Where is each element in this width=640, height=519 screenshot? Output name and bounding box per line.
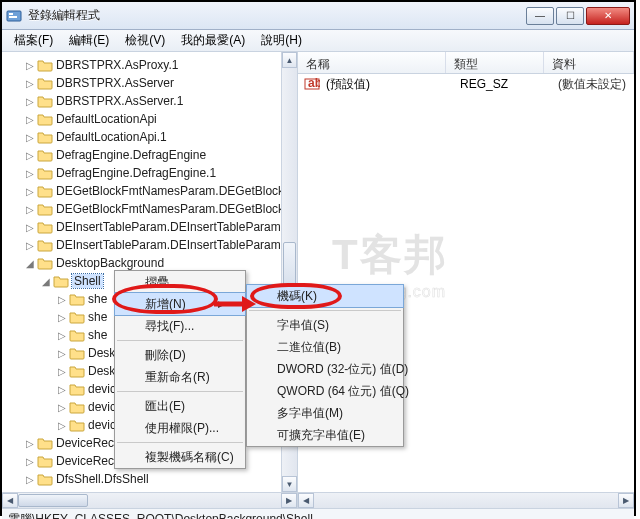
expand-icon[interactable]: ▷ <box>56 348 68 359</box>
folder-icon <box>37 148 53 162</box>
expand-icon[interactable]: ▷ <box>24 186 36 197</box>
menu-item[interactable]: 重新命名(R) <box>115 366 245 388</box>
menu-item[interactable]: 二進位值(B) <box>247 336 403 358</box>
menu-item[interactable]: 刪除(D) <box>115 344 245 366</box>
menu-item[interactable]: 可擴充字串值(E) <box>247 424 403 446</box>
menu-item[interactable]: 尋找(F)... <box>115 315 245 337</box>
expand-icon[interactable]: ▷ <box>24 492 36 493</box>
expand-icon[interactable]: ▷ <box>24 132 36 143</box>
hscroll-thumb[interactable] <box>18 494 88 507</box>
context-submenu: 機碼(K)字串值(S)二進位值(B)DWORD (32-位元) 值(D)QWOR… <box>246 284 404 447</box>
expand-icon[interactable]: ▷ <box>24 168 36 179</box>
expand-icon[interactable]: ▷ <box>56 312 68 323</box>
list-hscroll[interactable]: ◀ ▶ <box>298 492 634 508</box>
close-button[interactable]: ✕ <box>586 7 630 25</box>
tree-item[interactable]: ▷DefragEngine.DefragEngine.1 <box>6 164 297 182</box>
menu-item[interactable]: 匯出(E) <box>115 395 245 417</box>
menu-item[interactable]: 新增(N)▶ <box>115 293 245 315</box>
folder-icon <box>37 220 53 234</box>
menu-item[interactable]: QWORD (64 位元) 值(Q) <box>247 380 403 402</box>
status-path: 電腦\HKEY_CLASSES_ROOT\DesktopBackground\S… <box>8 511 313 519</box>
folder-icon <box>37 184 53 198</box>
scroll-track[interactable] <box>18 493 281 508</box>
menu-item[interactable]: 使用權限(P)... <box>115 417 245 439</box>
expand-icon[interactable]: ▷ <box>24 474 36 485</box>
folder-icon <box>69 292 85 306</box>
minimize-button[interactable]: — <box>526 7 554 25</box>
menu-item[interactable]: 摺疊 <box>115 271 245 293</box>
list-header: 名稱 類型 資料 <box>298 52 634 74</box>
tree-item[interactable]: ▷DEInsertTableParam.DEInsertTableParam.1 <box>6 236 297 254</box>
tree-item[interactable]: ▷DefaultLocationApi.1 <box>6 128 297 146</box>
expand-icon[interactable]: ▷ <box>56 402 68 413</box>
tree-label: she <box>88 310 107 324</box>
scroll-up-button[interactable]: ▲ <box>282 52 297 68</box>
expand-icon[interactable]: ▷ <box>24 204 36 215</box>
scroll-right-button[interactable]: ▶ <box>281 493 297 508</box>
expand-icon[interactable]: ▷ <box>24 60 36 71</box>
tree-label: DfsShell.DfsShell <box>56 472 149 486</box>
menu-view[interactable]: 檢視(V) <box>117 30 173 51</box>
menu-label: 可擴充字串值(E) <box>277 427 365 444</box>
expand-icon[interactable]: ▷ <box>56 330 68 341</box>
expand-icon[interactable]: ▷ <box>24 456 36 467</box>
scroll-track[interactable] <box>314 493 618 508</box>
scroll-left-button[interactable]: ◀ <box>2 493 18 508</box>
tree-label: DefaultLocationApi <box>56 112 157 126</box>
expand-icon[interactable]: ▷ <box>56 420 68 431</box>
menu-item[interactable]: 機碼(K) <box>247 285 403 307</box>
col-header-type[interactable]: 類型 <box>446 52 544 73</box>
tree-label: DEGetBlockFmtNamesParam.DEGetBlockF <box>56 184 291 198</box>
expand-icon[interactable]: ◢ <box>40 276 52 287</box>
menu-item[interactable]: 複製機碼名稱(C) <box>115 446 245 468</box>
menu-label: 重新命名(R) <box>145 369 210 386</box>
folder-icon <box>69 400 85 414</box>
tree-item[interactable]: ▷DfsShell.DfsShell.1 <box>6 488 297 492</box>
tree-item[interactable]: ▷DEInsertTableParam.DEInsertTableParam <box>6 218 297 236</box>
scroll-down-button[interactable]: ▼ <box>282 476 297 492</box>
expand-icon[interactable]: ▷ <box>24 78 36 89</box>
tree-item[interactable]: ▷DBRSTPRX.AsServer <box>6 74 297 92</box>
menu-file[interactable]: 檔案(F) <box>6 30 61 51</box>
tree-item[interactable]: ▷DEGetBlockFmtNamesParam.DEGetBlockF <box>6 200 297 218</box>
menu-favorites[interactable]: 我的最愛(A) <box>173 30 253 51</box>
col-header-data[interactable]: 資料 <box>544 52 634 73</box>
expand-icon[interactable]: ▷ <box>56 294 68 305</box>
menubar: 檔案(F) 編輯(E) 檢視(V) 我的最愛(A) 說明(H) <box>2 30 634 52</box>
list-row[interactable]: ab (預設值) REG_SZ (數值未設定) <box>298 74 634 94</box>
expand-icon[interactable]: ▷ <box>24 240 36 251</box>
tree-item[interactable]: ▷DefragEngine.DefragEngine <box>6 146 297 164</box>
menu-help[interactable]: 說明(H) <box>253 30 310 51</box>
expand-icon[interactable]: ▷ <box>56 366 68 377</box>
menu-item[interactable]: 字串值(S) <box>247 314 403 336</box>
folder-icon <box>69 346 85 360</box>
expand-icon[interactable]: ◢ <box>24 258 36 269</box>
menu-label: 複製機碼名稱(C) <box>145 449 234 466</box>
tree-item[interactable]: ▷DBRSTPRX.AsProxy.1 <box>6 56 297 74</box>
folder-icon <box>69 418 85 432</box>
expand-icon[interactable]: ▷ <box>24 222 36 233</box>
statusbar: 電腦\HKEY_CLASSES_ROOT\DesktopBackground\S… <box>2 508 634 519</box>
scroll-right-button[interactable]: ▶ <box>618 493 634 508</box>
menu-edit[interactable]: 編輯(E) <box>61 30 117 51</box>
tree-hscroll[interactable]: ◀ ▶ <box>2 492 298 508</box>
expand-icon[interactable]: ▷ <box>24 96 36 107</box>
expand-icon[interactable]: ▷ <box>24 114 36 125</box>
expand-icon[interactable]: ▷ <box>24 438 36 449</box>
tree-item[interactable]: ▷DfsShell.DfsShell <box>6 470 297 488</box>
menu-item[interactable]: 多字串值(M) <box>247 402 403 424</box>
tree-item[interactable]: ▷DEGetBlockFmtNamesParam.DEGetBlockF <box>6 182 297 200</box>
menu-label: 多字串值(M) <box>277 405 343 422</box>
menu-label: 新增(N) <box>145 296 186 313</box>
menu-item[interactable]: DWORD (32-位元) 值(D) <box>247 358 403 380</box>
expand-icon[interactable]: ▷ <box>24 150 36 161</box>
folder-icon <box>53 274 69 288</box>
maximize-button[interactable]: ☐ <box>556 7 584 25</box>
scroll-left-button[interactable]: ◀ <box>298 493 314 508</box>
tree-item[interactable]: ▷DBRSTPRX.AsServer.1 <box>6 92 297 110</box>
tree-label: DBRSTPRX.AsServer <box>56 76 174 90</box>
expand-icon[interactable]: ▷ <box>56 384 68 395</box>
tree-item[interactable]: ▷DefaultLocationApi <box>6 110 297 128</box>
folder-icon <box>37 490 53 492</box>
col-header-name[interactable]: 名稱 <box>298 52 446 73</box>
